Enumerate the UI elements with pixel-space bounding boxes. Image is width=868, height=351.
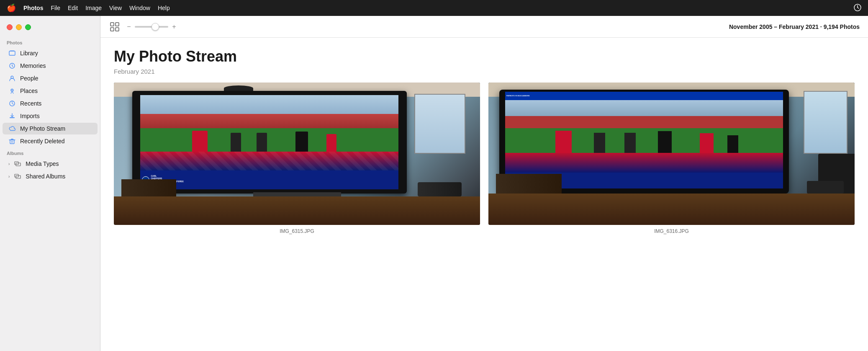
library-label: Library: [20, 50, 38, 57]
photos-section-label: Photos: [0, 37, 100, 47]
toolbar: − + November 2005 – February 2021 · 9,19…: [100, 16, 868, 38]
albums-section-label: Albums: [0, 147, 100, 157]
zoom-slider-thumb[interactable]: [152, 23, 159, 31]
view-toggle-icon[interactable]: [109, 21, 121, 33]
svg-rect-4: [10, 50, 14, 51]
svg-point-6: [12, 65, 13, 66]
library-icon: [8, 49, 16, 57]
my-photo-stream-label: My Photo Stream: [20, 125, 65, 132]
shared-albums-label: Shared Albums: [26, 173, 65, 180]
photo-filename-1: IMG_6315.JPG: [280, 228, 314, 234]
memories-icon: [8, 62, 16, 70]
apple-menu[interactable]: 🍎: [7, 3, 16, 13]
places-icon: [8, 87, 16, 95]
sidebar: Photos Library Memories People: [0, 16, 100, 351]
edit-menu[interactable]: Edit: [68, 5, 78, 11]
imports-icon: [8, 112, 16, 120]
media-types-label: Media Types: [26, 160, 59, 167]
chevron-right-icon-2: ›: [8, 174, 10, 179]
imports-label: Imports: [20, 113, 40, 119]
view-menu[interactable]: View: [109, 5, 122, 11]
people-icon: [8, 75, 16, 82]
svg-line-2: [858, 8, 859, 8]
svg-rect-12: [10, 140, 14, 144]
sidebar-item-library[interactable]: Library: [3, 47, 98, 59]
shared-albums-icon: [14, 173, 21, 180]
places-label: Places: [20, 88, 38, 94]
recents-icon: [8, 100, 16, 107]
svg-rect-17: [110, 23, 114, 26]
sidebar-item-my-photo-stream[interactable]: My Photo Stream: [3, 123, 98, 134]
sidebar-item-shared-albums[interactable]: › Shared Albums: [3, 170, 98, 182]
photo-thumb-1[interactable]: NFL CARLCHEFFERS2ND SUPER BOWL AS REFERE…: [114, 83, 480, 225]
sidebar-item-memories[interactable]: Memories: [3, 60, 98, 72]
file-menu[interactable]: File: [51, 5, 60, 11]
recently-deleted-label: Recently Deleted: [20, 138, 65, 145]
svg-rect-19: [110, 28, 114, 31]
sidebar-item-imports[interactable]: Imports: [3, 110, 98, 122]
photo-thumb-2[interactable]: PATRIOTS VS BUCCANEERS: [488, 83, 855, 225]
sidebar-item-media-types[interactable]: › Media Types: [3, 158, 98, 170]
zoom-controls: − +: [126, 23, 177, 31]
section-date: February 2021: [114, 68, 855, 75]
help-menu[interactable]: Help: [158, 5, 170, 11]
content-area: − + November 2005 – February 2021 · 9,19…: [100, 16, 868, 351]
photo-content: My Photo Stream February 2021: [100, 38, 868, 351]
photo-item-1[interactable]: NFL CARLCHEFFERS2ND SUPER BOWL AS REFERE…: [114, 83, 480, 234]
zoom-in-button[interactable]: +: [171, 23, 177, 31]
svg-point-9: [12, 90, 13, 90]
window-menu[interactable]: Window: [129, 5, 150, 11]
svg-rect-11: [10, 117, 15, 118]
svg-rect-18: [116, 23, 119, 26]
close-button[interactable]: [7, 24, 13, 30]
cloud-icon: [8, 125, 16, 132]
page-title: My Photo Stream: [114, 48, 855, 65]
trash-icon: [8, 137, 16, 145]
sidebar-item-recents[interactable]: Recents: [3, 98, 98, 109]
zoom-out-button[interactable]: −: [126, 23, 132, 31]
traffic-lights: [0, 19, 100, 37]
minimize-button[interactable]: [16, 24, 22, 30]
date-range: November 2005 – February 2021 · 9,194 Ph…: [729, 23, 860, 30]
main-layout: Photos Library Memories People: [0, 16, 868, 351]
chevron-right-icon: ›: [8, 162, 10, 166]
people-label: People: [20, 75, 39, 82]
clock: [854, 4, 861, 13]
maximize-button[interactable]: [25, 24, 31, 30]
menubar: 🍎 Photos File Edit Image View Window Hel…: [0, 0, 868, 16]
sidebar-item-recently-deleted[interactable]: Recently Deleted: [3, 135, 98, 147]
recents-label: Recents: [20, 100, 41, 107]
media-types-icon: [14, 160, 21, 168]
image-menu[interactable]: Image: [85, 5, 102, 11]
photo-item-2[interactable]: PATRIOTS VS BUCCANEERS: [488, 83, 855, 234]
sidebar-item-places[interactable]: Places: [3, 85, 98, 97]
svg-rect-20: [116, 28, 119, 31]
memories-label: Memories: [20, 62, 46, 69]
app-menu[interactable]: Photos: [23, 5, 43, 11]
photo-filename-2: IMG_6316.JPG: [654, 228, 689, 234]
svg-rect-3: [9, 51, 15, 55]
zoom-slider[interactable]: [135, 26, 168, 28]
photo-grid: NFL CARLCHEFFERS2ND SUPER BOWL AS REFERE…: [114, 83, 855, 234]
sidebar-item-people[interactable]: People: [3, 72, 98, 84]
